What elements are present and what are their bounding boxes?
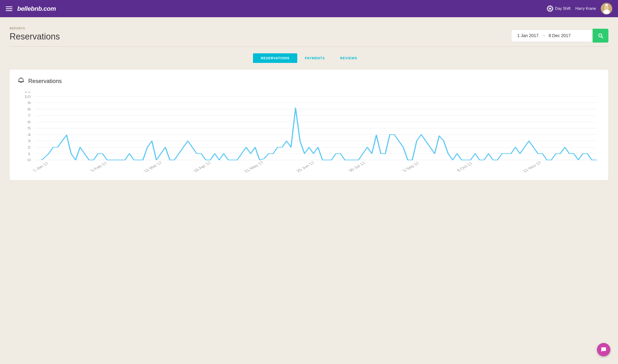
svg-text:8: 8 (27, 107, 31, 111)
svg-text:9: 9 (27, 101, 31, 105)
chat-icon (601, 347, 607, 353)
chat-button[interactable] (597, 343, 610, 356)
chart-card: Reservations 0 1 2 3 (10, 70, 608, 180)
svg-text:5: 5 (27, 127, 31, 130)
svg-rect-13 (605, 10, 608, 13)
date-range[interactable]: 1 Jan 2017 → 8 Dec 2017 (511, 30, 593, 42)
svg-rect-16 (18, 81, 24, 82)
svg-text:30 Jul 17: 30 Jul 17 (347, 161, 367, 172)
tabs: RESERVATIONS PAYMENTS REVIEWS (10, 53, 608, 63)
svg-text:2: 2 (27, 146, 31, 149)
day-shift[interactable]: Day Shift (547, 5, 571, 12)
header: bellebnb.com Day Shift Harry Kra (0, 0, 618, 17)
avatar (601, 3, 612, 14)
svg-text:12 Nov 17: 12 Nov 17 (521, 161, 543, 173)
day-shift-label: Day Shift (555, 6, 571, 11)
header-right: Day Shift Harry Krane (547, 3, 612, 14)
svg-text:3: 3 (27, 139, 31, 143)
chart-title: Reservations (28, 78, 62, 84)
svg-rect-15 (605, 4, 607, 5)
svg-text:3 Sep 17: 3 Sep 17 (401, 161, 421, 172)
menu-button[interactable] (6, 6, 13, 11)
logo: bellebnb.com (17, 5, 56, 13)
header-left: bellebnb.com (6, 5, 56, 13)
page-title-section: REPORTS Reservations (10, 27, 60, 42)
chart-area: 0 1 2 3 4 5 6 7 8 9 10 11 1 Jan 17 5 Feb… (17, 91, 601, 173)
svg-text:0: 0 (27, 158, 31, 162)
chart-svg: 0 1 2 3 4 5 6 7 8 9 10 11 1 Jan 17 5 Feb… (17, 91, 601, 173)
chart-header: Reservations (17, 76, 601, 86)
day-shift-icon (547, 5, 553, 12)
svg-text:1: 1 (27, 152, 31, 156)
tab-reviews[interactable]: REVIEWS (333, 53, 365, 63)
search-button[interactable] (593, 29, 608, 43)
svg-point-11 (604, 5, 609, 10)
svg-text:1 Jan 17: 1 Jan 17 (31, 161, 50, 172)
date-search: 1 Jan 2017 → 8 Dec 2017 (511, 29, 608, 43)
tab-payments[interactable]: PAYMENTS (297, 53, 333, 63)
svg-text:8 Oct 17: 8 Oct 17 (456, 161, 474, 172)
page-header: REPORTS Reservations 1 Jan 2017 → 8 Dec … (10, 27, 608, 43)
date-arrow-icon: → (541, 33, 546, 38)
svg-text:10: 10 (24, 95, 31, 98)
svg-text:5 Feb 17: 5 Feb 17 (89, 161, 109, 172)
svg-text:11: 11 (24, 91, 31, 93)
username: Harry Krane (575, 6, 596, 11)
svg-text:6: 6 (27, 120, 31, 124)
date-end: 8 Dec 2017 (549, 33, 571, 38)
svg-text:25 Jun 17: 25 Jun 17 (295, 161, 316, 173)
svg-rect-17 (21, 77, 22, 78)
svg-text:7: 7 (27, 114, 31, 117)
main-content: REPORTS Reservations 1 Jan 2017 → 8 Dec … (0, 17, 618, 190)
search-icon (597, 33, 604, 39)
svg-text:16 Apr 17: 16 Apr 17 (192, 161, 212, 173)
svg-text:21 May 17: 21 May 17 (243, 160, 265, 173)
divider (10, 46, 608, 47)
bell-icon (17, 76, 25, 86)
svg-text:12 Mar 17: 12 Mar 17 (142, 161, 163, 173)
svg-point-1 (549, 8, 551, 10)
page-title: Reservations (10, 32, 60, 42)
svg-text:4: 4 (27, 133, 31, 136)
breadcrumb: REPORTS (10, 27, 60, 30)
date-start: 1 Jan 2017 (517, 33, 538, 38)
tab-reservations[interactable]: RESERVATIONS (253, 53, 297, 63)
